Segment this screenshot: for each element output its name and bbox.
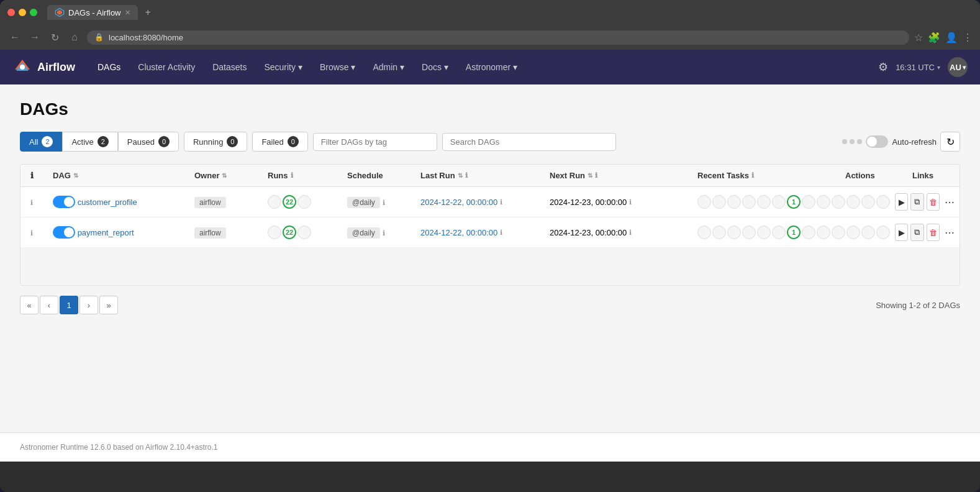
prev-page-button[interactable]: ‹ [40, 296, 58, 314]
info-icon: ℹ [30, 171, 34, 180]
profile-button[interactable]: 👤 [945, 32, 958, 43]
copy-dag-button-2[interactable]: ⧉ [910, 224, 923, 241]
row-info-icon-1[interactable]: ℹ [30, 199, 33, 206]
page-info: Showing 1-2 of 2 DAGs [876, 301, 960, 310]
runs-info-icon[interactable]: ℹ [291, 171, 293, 180]
address-bar[interactable]: 🔒 localhost:8080/home [87, 30, 909, 45]
last-run-link-2[interactable]: 2024-12-22, 00:00:00 [420, 228, 497, 237]
task-circle-5 [757, 195, 771, 209]
time-dropdown-icon[interactable]: ▾ [937, 64, 940, 71]
last-run-link-1[interactable]: 2024-12-22, 00:00:00 [420, 198, 497, 207]
filter-failed-button[interactable]: Failed 0 [252, 132, 307, 152]
row-info-2: ℹ [30, 228, 48, 237]
home-button[interactable]: ⌂ [67, 30, 82, 45]
copy-dag-button-1[interactable]: ⧉ [910, 193, 923, 211]
manual-refresh-button[interactable]: ↻ [940, 132, 960, 152]
app-container: Airflow DAGs Cluster Activity Datasets S… [0, 50, 980, 462]
search-dags-input[interactable] [442, 133, 616, 151]
row-info-icon-2[interactable]: ℹ [30, 229, 33, 237]
nav-logo[interactable]: Airflow [12, 57, 75, 77]
url-text: localhost:8080/home [109, 33, 183, 42]
filter-running-button[interactable]: Running 0 [184, 132, 247, 152]
dag-name-link-2[interactable]: payment_report [78, 228, 134, 237]
task-circle-r2-3 [727, 226, 741, 239]
settings-icon[interactable]: ⚙ [878, 60, 888, 74]
trigger-dag-button-2[interactable]: ▶ [895, 224, 908, 241]
th-dag[interactable]: DAG ⇅ [53, 171, 189, 180]
next-run-info-1[interactable]: ℹ [629, 198, 632, 206]
next-run-sort-icon[interactable]: ⇅ [588, 172, 592, 179]
owner-badge-2: airflow [194, 227, 226, 239]
dag-sort-icon[interactable]: ⇅ [73, 172, 78, 179]
next-run-info-2[interactable]: ℹ [629, 229, 632, 237]
tag-filter-input[interactable] [313, 133, 437, 151]
delete-dag-button-2[interactable]: 🗑 [927, 224, 940, 241]
last-page-button[interactable]: » [99, 296, 118, 314]
trigger-dag-button-1[interactable]: ▶ [895, 193, 908, 211]
dag-toggle-1[interactable]: customer_profile [53, 196, 189, 208]
nav-item-admin[interactable]: Admin ▾ [365, 57, 412, 77]
dag-toggle-2[interactable]: payment_report [53, 226, 189, 239]
extensions-button[interactable]: 🧩 [928, 32, 940, 43]
next-page-button[interactable]: › [79, 296, 98, 314]
menu-button[interactable]: ⋮ [963, 32, 973, 43]
dot-indicators [842, 139, 862, 144]
recent-tasks-cell-1: 1 [697, 195, 890, 209]
browser-tab[interactable]: DAGs - Airflow ✕ [47, 5, 138, 20]
more-actions-1[interactable]: ⋯ [942, 194, 957, 211]
nav-item-cluster-activity[interactable]: Cluster Activity [130, 57, 202, 77]
filter-active-button[interactable]: Active 2 [62, 132, 117, 152]
th-info: ℹ [30, 171, 48, 180]
th-actions: Actions [845, 171, 907, 180]
schedule-badge-2: @daily [347, 227, 380, 239]
nav-item-dags[interactable]: DAGs [90, 57, 128, 77]
toggle-switch-1[interactable] [53, 196, 75, 208]
nav-item-datasets[interactable]: Datasets [205, 57, 254, 77]
filter-bar: All 2 Active 2 Paused 0 Running [20, 132, 960, 152]
back-button[interactable]: ← [7, 30, 22, 45]
footer-text: Astronomer Runtime 12.6.0 based on Airfl… [20, 443, 218, 452]
nav-item-docs[interactable]: Docs ▾ [414, 57, 456, 77]
run-circle-count-1: 22 [283, 195, 296, 209]
nav-item-browse[interactable]: Browse ▾ [312, 57, 363, 77]
minimize-window-button[interactable] [19, 9, 26, 16]
schedule-info-icon-1[interactable]: ℹ [383, 199, 385, 206]
last-run-cell-2: 2024-12-22, 00:00:00 ℹ [420, 228, 545, 237]
maximize-window-button[interactable] [30, 9, 37, 16]
delete-dag-button-1[interactable]: 🗑 [927, 193, 940, 211]
next-run-cell-1: 2024-12-23, 00:00:00 ℹ [550, 198, 692, 207]
recent-tasks-info-icon[interactable]: ℹ [751, 171, 754, 180]
more-actions-2[interactable]: ⋯ [942, 224, 957, 241]
user-avatar[interactable]: AU ▾ [948, 57, 968, 77]
new-tab-button[interactable]: + [145, 7, 151, 18]
reload-button[interactable]: ↻ [47, 30, 62, 45]
th-owner[interactable]: Owner ⇅ [194, 171, 263, 180]
tab-close-button[interactable]: ✕ [125, 9, 130, 17]
th-last-run[interactable]: Last Run ⇅ ℹ [420, 171, 545, 180]
security-icon: 🔒 [94, 33, 104, 42]
table-row: ℹ customer_profile airflow 22 [20, 187, 960, 217]
last-run-info-icon[interactable]: ℹ [465, 171, 468, 180]
first-page-button[interactable]: « [20, 296, 39, 314]
dag-table: ℹ DAG ⇅ Owner ⇅ Runs ℹ Sched [20, 164, 960, 286]
th-next-run[interactable]: Next Run ⇅ ℹ [550, 171, 692, 180]
next-run-info-icon[interactable]: ℹ [595, 171, 597, 180]
last-run-sort-icon[interactable]: ⇅ [458, 172, 463, 179]
current-page-button[interactable]: 1 [60, 296, 78, 314]
toggle-switch-2[interactable] [53, 226, 75, 239]
bookmark-button[interactable]: ☆ [914, 32, 923, 43]
last-run-info-2[interactable]: ℹ [500, 229, 502, 237]
next-run-text-1: 2024-12-23, 00:00:00 [550, 198, 627, 207]
nav-item-astronomer[interactable]: Astronomer ▾ [458, 57, 525, 77]
forward-button[interactable]: → [27, 30, 42, 45]
schedule-info-icon-2[interactable]: ℹ [383, 229, 385, 237]
close-window-button[interactable] [7, 9, 15, 16]
filter-paused-button[interactable]: Paused 0 [118, 132, 179, 152]
auto-refresh-toggle[interactable] [866, 135, 888, 148]
run-circle-empty-1 [268, 195, 281, 209]
nav-item-security[interactable]: Security ▾ [256, 57, 309, 77]
filter-all-button[interactable]: All 2 [20, 132, 62, 152]
last-run-info-1[interactable]: ℹ [500, 198, 502, 206]
owner-sort-icon[interactable]: ⇅ [222, 172, 227, 179]
dag-name-link-1[interactable]: customer_profile [78, 198, 137, 207]
